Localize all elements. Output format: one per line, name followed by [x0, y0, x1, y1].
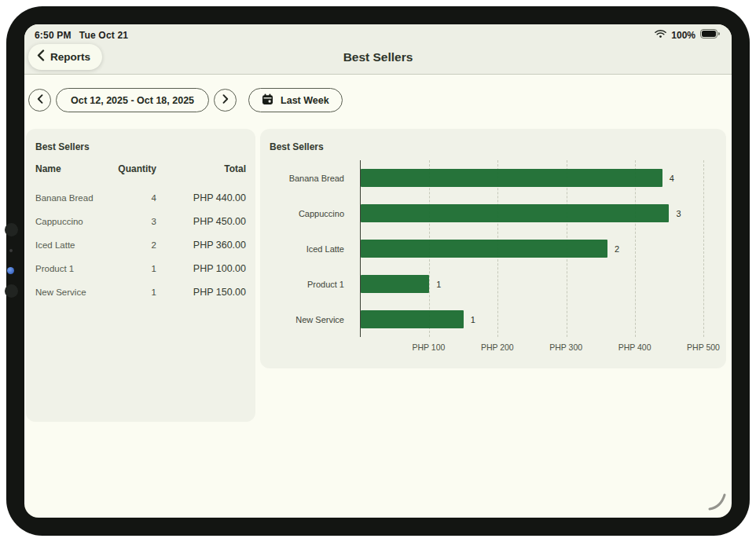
chart-bar-row: 4: [361, 160, 703, 196]
chart-x-axis: PHP 100PHP 200PHP 300PHP 400PHP 500: [360, 342, 703, 353]
cell-total: PHP 150.00: [156, 287, 246, 298]
table-row: Cappuccino3PHP 450.00: [35, 210, 246, 233]
chart-category-label: New Service: [260, 302, 352, 337]
battery-icon: [700, 29, 720, 41]
next-period-button[interactable]: [214, 89, 237, 112]
chart-bar-value-label: 3: [676, 209, 681, 218]
chart-bar: [361, 240, 607, 258]
chart-bar-row: 1: [361, 266, 703, 302]
best-sellers-chart-panel: Best Sellers Banana BreadCappuccinoIced …: [260, 129, 726, 368]
quick-filter-label: Last Week: [281, 95, 329, 106]
table-row: New Service1PHP 150.00: [35, 280, 246, 304]
chart-bar: [361, 310, 464, 328]
chart-bar: [361, 275, 429, 293]
cell-name: New Service: [35, 287, 108, 297]
chart-category-label: Iced Latte: [260, 231, 352, 266]
quick-filter-last-week-button[interactable]: Last Week: [248, 88, 343, 112]
chevron-left-icon: [37, 94, 43, 106]
chart-xtick-label: PHP 200: [481, 342, 514, 352]
chart-bar: [361, 204, 669, 222]
bezel-camera-dot-top: [5, 223, 18, 236]
chart-xtick-label: PHP 400: [618, 342, 651, 352]
status-bar-right: 100%: [655, 29, 720, 41]
cell-name: Iced Latte: [35, 240, 108, 250]
cell-total: PHP 360.00: [156, 240, 246, 251]
corner-swipe-indicator-icon: [707, 493, 728, 515]
bezel-indicator-blue-dot: [7, 267, 14, 274]
chart-xtick-label: PHP 500: [687, 342, 720, 352]
header-bar: 6:50 PMTue Oct 21 100%: [24, 24, 732, 75]
status-date: Tue Oct 21: [79, 30, 128, 41]
app-screen: 6:50 PMTue Oct 21 100%: [24, 24, 732, 518]
table-header-row: Name Quantity Total: [35, 159, 246, 179]
chart-plot: 43211: [360, 160, 703, 337]
chart-bar-value-label: 1: [471, 315, 475, 324]
cell-quantity: 3: [108, 217, 156, 226]
chart-category-label: Product 1: [260, 266, 352, 302]
chart-bar-row: 3: [361, 196, 703, 231]
battery-percent: 100%: [671, 30, 695, 41]
table-row: Iced Latte2PHP 360.00: [35, 233, 246, 257]
cell-total: PHP 450.00: [156, 216, 246, 227]
chart-bar-value-label: 4: [670, 174, 674, 183]
page-title: Best Sellers: [24, 50, 732, 64]
bezel-camera-dot-bottom: [5, 284, 18, 298]
chart-bar-value-label: 2: [615, 244, 619, 254]
chart-gridline: [703, 160, 704, 337]
table-row: Product 11PHP 100.00: [35, 257, 246, 280]
cell-name: Product 1: [35, 264, 108, 273]
chart-category-label: Banana Bread: [260, 160, 352, 196]
bezel-mic-dot: [9, 249, 13, 252]
sales-table: Name Quantity Total Banana Bread4PHP 440…: [35, 159, 246, 304]
tablet-frame: 6:50 PMTue Oct 21 100%: [6, 6, 750, 536]
prev-period-button[interactable]: [28, 89, 51, 112]
cell-quantity: 2: [108, 240, 156, 250]
chart-bar: [361, 169, 662, 187]
cell-total: PHP 100.00: [156, 263, 246, 274]
chart-bar-row: 1: [361, 302, 703, 337]
date-range-button[interactable]: Oct 12, 2025 - Oct 18, 2025: [56, 88, 209, 112]
chart-panel-title: Best Sellers: [270, 141, 324, 152]
chevron-right-icon: [222, 94, 229, 106]
date-range-controls: Oct 12, 2025 - Oct 18, 2025: [28, 88, 343, 112]
chart-categories: Banana BreadCappuccinoIced LatteProduct …: [260, 160, 352, 337]
best-sellers-table-panel: Best Sellers Name Quantity Total Banana …: [26, 129, 255, 422]
cell-name: Cappuccino: [35, 217, 108, 226]
chart-xtick-label: PHP 100: [412, 342, 445, 352]
cell-total: PHP 440.00: [156, 192, 246, 203]
chart-bar-row: 2: [361, 231, 703, 266]
cell-quantity: 1: [108, 264, 156, 273]
cell-quantity: 1: [108, 287, 156, 297]
table-row: Banana Bread4PHP 440.00: [35, 186, 246, 210]
chart-bar-value-label: 1: [436, 280, 441, 289]
status-time: 6:50 PM: [35, 30, 72, 41]
wifi-icon: [655, 29, 666, 41]
chart-category-label: Cappuccino: [260, 196, 352, 231]
chart-xtick-label: PHP 300: [549, 342, 582, 352]
column-header-total: Total: [156, 163, 246, 174]
table-panel-title: Best Sellers: [35, 141, 90, 152]
status-bar-left: 6:50 PMTue Oct 21: [35, 30, 128, 41]
sales-table-body: Banana Bread4PHP 440.00Cappuccino3PHP 45…: [35, 186, 246, 304]
column-header-name: Name: [35, 163, 108, 174]
cell-quantity: 4: [108, 193, 156, 203]
column-header-quantity: Quantity: [108, 163, 156, 174]
calendar-icon: [262, 93, 273, 108]
cell-name: Banana Bread: [35, 193, 108, 203]
date-range-label: Oct 12, 2025 - Oct 18, 2025: [71, 95, 194, 106]
